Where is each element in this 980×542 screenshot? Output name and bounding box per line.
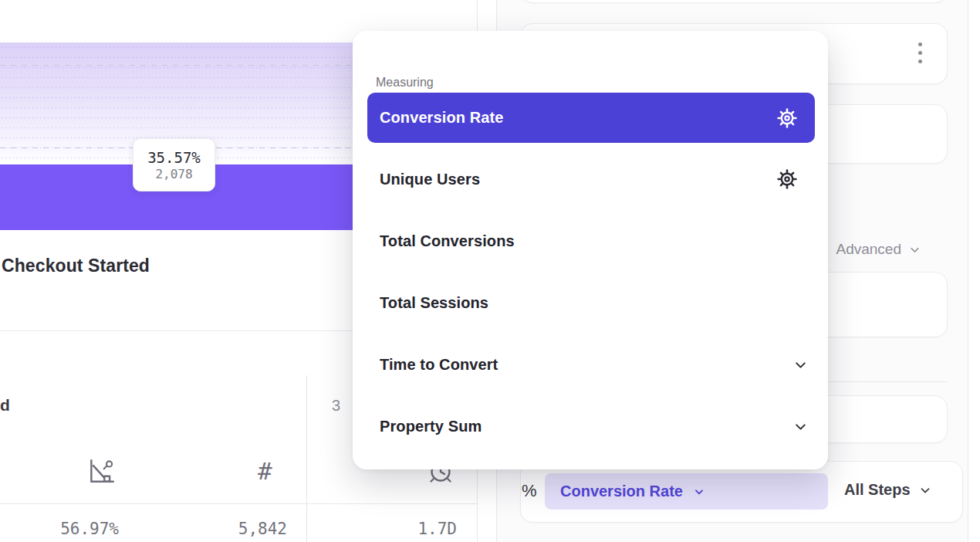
cell-conversion-rate: 56.97% (60, 520, 119, 538)
funnel-step-label: Checkout Started (2, 256, 150, 276)
table-row-border (0, 503, 477, 504)
cell-time-to-convert: 1.7D (417, 520, 457, 538)
metric-pill-dropdown[interactable]: Conversion Rate (545, 473, 828, 510)
chevron-down-icon[interactable] (792, 418, 809, 435)
measuring-title: Measuring (376, 76, 434, 90)
steps-label: All Steps (844, 481, 911, 499)
gear-icon[interactable] (776, 107, 798, 129)
advanced-toggle[interactable]: Advanced (836, 241, 921, 258)
table-header-left-fragment: d (0, 396, 10, 415)
builder-card-top (520, 0, 948, 3)
chevron-down-icon[interactable] (792, 357, 809, 373)
tooltip-count: 2,078 (155, 167, 192, 181)
kebab-menu-icon[interactable] (918, 42, 922, 63)
menu-item-conversion-rate[interactable]: Conversion Rate (367, 93, 815, 143)
count-icon: # (258, 457, 272, 485)
menu-item-unique-users[interactable]: Unique Users (367, 154, 815, 204)
tooltip-rate: 35.57% (147, 149, 201, 166)
chart-tooltip: 35.57% 2,078 (133, 138, 215, 191)
metric-pill-label: Conversion Rate (560, 483, 683, 500)
steps-dropdown[interactable]: All Steps (844, 481, 932, 499)
menu-item-total-conversions[interactable]: Total Conversions (367, 216, 815, 266)
chevron-down-icon (908, 243, 921, 256)
table-header-right-fragment: 3 (332, 397, 340, 415)
chevron-down-icon (918, 483, 932, 497)
cell-count: 5,842 (238, 520, 287, 538)
percent-symbol: % (522, 481, 537, 501)
menu-item-time-to-convert[interactable]: Time to Convert (367, 340, 815, 389)
conversion-rate-icon (86, 457, 116, 486)
chevron-down-icon (693, 486, 705, 498)
menu-item-total-sessions[interactable]: Total Sessions (367, 278, 815, 327)
menu-item-property-sum[interactable]: Property Sum (367, 401, 815, 451)
advanced-label: Advanced (836, 241, 901, 258)
table-column-divider (306, 375, 307, 542)
gear-icon[interactable] (776, 168, 798, 190)
measuring-dropdown: Measuring Conversion Rate Unique (353, 31, 828, 469)
